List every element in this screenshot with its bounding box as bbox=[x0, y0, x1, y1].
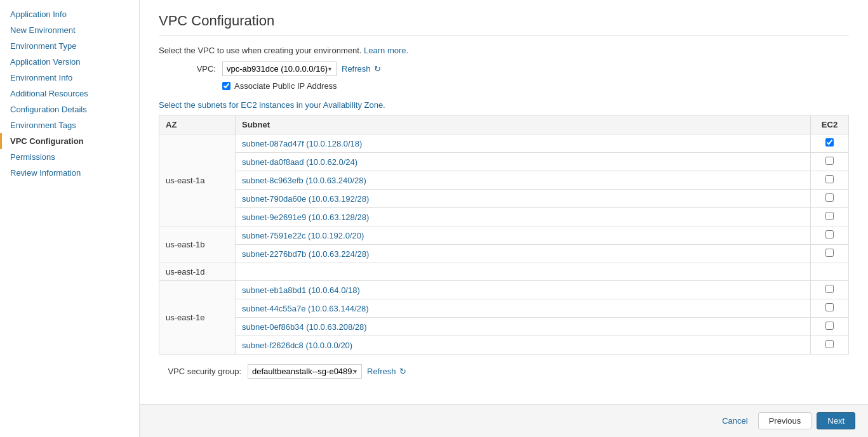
vpc-row: VPC: vpc-ab931dce (10.0.0.0/16) Refresh … bbox=[159, 62, 849, 76]
ec2-cell bbox=[811, 299, 849, 318]
ec2-cell bbox=[811, 208, 849, 226]
ec2-checkbox[interactable] bbox=[825, 157, 834, 165]
vpc-label: VPC: bbox=[159, 64, 222, 74]
table-row: subnet-9e2691e9 (10.0.63.128/28) bbox=[159, 208, 849, 226]
refresh-icon: ↻ bbox=[374, 64, 381, 74]
vpc-select[interactable]: vpc-ab931dce (10.0.0.0/16) bbox=[222, 62, 337, 76]
sidebar-item-vpc-configuration[interactable]: VPC Configuration bbox=[0, 133, 139, 149]
ec2-cell bbox=[811, 245, 849, 263]
learn-more-link[interactable]: Learn more. bbox=[364, 46, 408, 55]
page-title: VPC Configuration bbox=[159, 13, 849, 36]
table-row: us-east-1asubnet-087ad47f (10.0.128.0/18… bbox=[159, 134, 849, 153]
ec2-checkbox[interactable] bbox=[825, 303, 834, 311]
sidebar-item-permissions[interactable]: Permissions bbox=[0, 149, 139, 165]
ec2-checkbox[interactable] bbox=[825, 285, 834, 293]
ec2-cell bbox=[811, 336, 849, 355]
next-button[interactable]: Next bbox=[817, 412, 855, 429]
subnet-cell[interactable]: subnet-087ad47f (10.0.128.0/18) bbox=[236, 134, 811, 153]
ec2-cell bbox=[811, 153, 849, 171]
sg-refresh-link[interactable]: Refresh ↻ bbox=[367, 367, 406, 376]
table-row: subnet-f2626dc8 (10.0.0.0/20) bbox=[159, 336, 849, 355]
associate-ip-label[interactable]: Associate Public IP Address bbox=[234, 81, 337, 91]
subnet-cell[interactable]: subnet-9e2691e9 (10.0.63.128/28) bbox=[236, 208, 811, 226]
sg-label: VPC security group: bbox=[159, 367, 248, 376]
subnet-cell[interactable]: subnet-eb1a8bd1 (10.0.64.0/18) bbox=[236, 281, 811, 299]
table-row: us-east-1d bbox=[159, 263, 849, 281]
table-row: subnet-0ef86b34 (10.0.63.208/28) bbox=[159, 318, 849, 336]
sidebar-item-environment-info[interactable]: Environment Info bbox=[0, 70, 139, 86]
subnet-cell[interactable]: subnet-790da60e (10.0.63.192/28) bbox=[236, 190, 811, 208]
subnets-description: Select the subnets for EC2 instances in … bbox=[159, 100, 849, 110]
subnet-cell[interactable]: subnet-7591e22c (10.0.192.0/20) bbox=[236, 226, 811, 245]
ec2-checkbox[interactable] bbox=[825, 322, 834, 330]
col-ec2: EC2 bbox=[811, 115, 849, 134]
sidebar: Application InfoNew EnvironmentEnvironme… bbox=[0, 0, 140, 437]
table-row: subnet-44c55a7e (10.0.63.144/28) bbox=[159, 299, 849, 318]
sidebar-item-additional-resources[interactable]: Additional Resources bbox=[0, 86, 139, 101]
sidebar-item-application-info[interactable]: Application Info bbox=[0, 6, 139, 22]
ec2-checkbox[interactable] bbox=[825, 193, 834, 202]
vpc-refresh-link[interactable]: Refresh ↻ bbox=[342, 64, 381, 74]
subnet-cell[interactable]: subnet-0ef86b34 (10.0.63.208/28) bbox=[236, 318, 811, 336]
table-header: AZ Subnet EC2 bbox=[159, 115, 849, 134]
ec2-cell bbox=[811, 318, 849, 336]
subnet-table: AZ Subnet EC2 us-east-1asubnet-087ad47f … bbox=[159, 115, 849, 355]
cancel-button[interactable]: Cancel bbox=[717, 413, 752, 429]
main-content: VPC Configuration Select the VPC to use … bbox=[140, 0, 868, 437]
sg-select[interactable]: defaultbeanstalk--sg-e0489: bbox=[248, 364, 362, 379]
content-area: VPC Configuration Select the VPC to use … bbox=[140, 0, 868, 404]
ec2-checkbox[interactable] bbox=[825, 138, 834, 147]
sidebar-item-application-version[interactable]: Application Version bbox=[0, 54, 139, 70]
ec2-checkbox[interactable] bbox=[825, 230, 834, 238]
subnet-cell[interactable]: subnet-2276bd7b (10.0.63.224/28) bbox=[236, 245, 811, 263]
az-cell: us-east-1d bbox=[159, 263, 236, 281]
vpc-description: Select the VPC to use when creating your… bbox=[159, 46, 849, 55]
subnet-tbody: us-east-1asubnet-087ad47f (10.0.128.0/18… bbox=[159, 134, 849, 355]
subnet-cell[interactable]: subnet-da0f8aad (10.0.62.0/24) bbox=[236, 153, 811, 171]
ec2-checkbox[interactable] bbox=[825, 340, 834, 348]
subnet-cell[interactable]: subnet-f2626dc8 (10.0.0.0/20) bbox=[236, 336, 811, 355]
sidebar-item-review-information[interactable]: Review Information bbox=[0, 165, 139, 181]
ec2-cell bbox=[811, 171, 849, 190]
ec2-cell bbox=[811, 226, 849, 245]
ec2-checkbox[interactable] bbox=[825, 212, 834, 220]
col-az: AZ bbox=[159, 115, 236, 134]
ec2-checkbox[interactable] bbox=[825, 249, 834, 257]
az-cell: us-east-1a bbox=[159, 134, 236, 226]
table-row: us-east-1esubnet-eb1a8bd1 (10.0.64.0/18) bbox=[159, 281, 849, 299]
table-row: subnet-2276bd7b (10.0.63.224/28) bbox=[159, 245, 849, 263]
subnet-cell[interactable]: subnet-8c963efb (10.0.63.240/28) bbox=[236, 171, 811, 190]
table-row: subnet-8c963efb (10.0.63.240/28) bbox=[159, 171, 849, 190]
ec2-checkbox[interactable] bbox=[825, 175, 834, 183]
sg-select-wrapper: defaultbeanstalk--sg-e0489: bbox=[248, 364, 362, 379]
sg-refresh-icon: ↻ bbox=[399, 367, 406, 376]
associate-ip-row: Associate Public IP Address bbox=[222, 81, 849, 91]
ec2-cell bbox=[811, 263, 849, 281]
table-row: us-east-1bsubnet-7591e22c (10.0.192.0/20… bbox=[159, 226, 849, 245]
vpc-select-wrapper: vpc-ab931dce (10.0.0.0/16) bbox=[222, 62, 337, 76]
sidebar-item-environment-tags[interactable]: Environment Tags bbox=[0, 117, 139, 133]
sidebar-item-environment-type[interactable]: Environment Type bbox=[0, 38, 139, 54]
footer: Cancel Previous Next bbox=[140, 404, 868, 437]
subnet-cell[interactable]: subnet-44c55a7e (10.0.63.144/28) bbox=[236, 299, 811, 318]
subnet-cell bbox=[236, 263, 811, 281]
sidebar-item-new-environment[interactable]: New Environment bbox=[0, 22, 139, 38]
ec2-cell bbox=[811, 134, 849, 153]
col-subnet: Subnet bbox=[236, 115, 811, 134]
sidebar-item-configuration-details[interactable]: Configuration Details bbox=[0, 101, 139, 117]
ec2-cell bbox=[811, 281, 849, 299]
az-cell: us-east-1b bbox=[159, 226, 236, 263]
az-cell: us-east-1e bbox=[159, 281, 236, 355]
ec2-cell bbox=[811, 190, 849, 208]
previous-button[interactable]: Previous bbox=[758, 412, 812, 429]
sg-row: VPC security group: defaultbeanstalk--sg… bbox=[159, 364, 849, 379]
table-row: subnet-da0f8aad (10.0.62.0/24) bbox=[159, 153, 849, 171]
table-row: subnet-790da60e (10.0.63.192/28) bbox=[159, 190, 849, 208]
associate-ip-checkbox[interactable] bbox=[222, 82, 230, 90]
